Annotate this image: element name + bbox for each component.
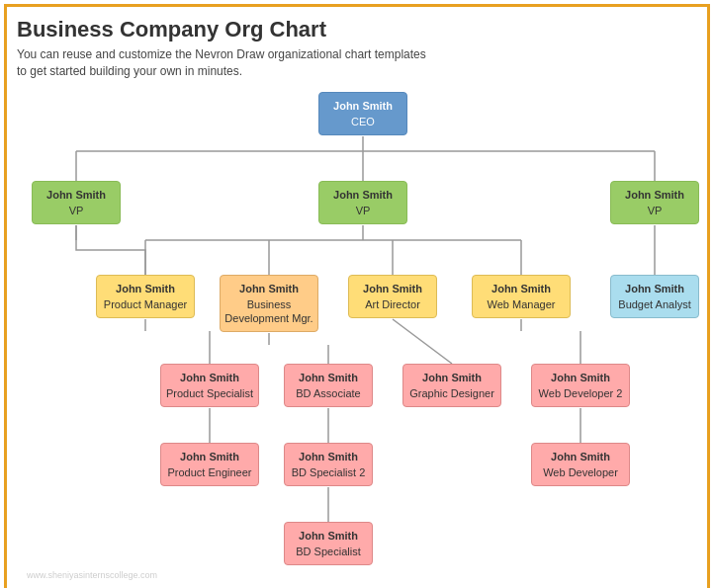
box-pm: John Smith Product Manager	[96, 275, 195, 319]
svg-line-22	[393, 319, 452, 364]
page-subtitle: You can reuse and customize the Nevron D…	[17, 46, 432, 80]
box-gd: John Smith Graphic Designer	[402, 364, 501, 408]
box-wm: John Smith Web Manager	[472, 275, 571, 319]
box-ba: John Smith Budget Analyst	[610, 275, 699, 319]
watermark: www.sheniyasinternscollege.com	[27, 570, 157, 580]
box-bdm: John Smith Business Development Mgr.	[220, 275, 318, 333]
box-ps: John Smith Product Specialist	[160, 364, 259, 408]
box-ceo: John Smith CEO	[318, 92, 407, 136]
page: Business Company Org Chart You can reuse…	[4, 4, 710, 588]
box-bds2: John Smith BD Specialist 2	[284, 443, 373, 487]
box-vp2: John Smith VP	[318, 181, 407, 225]
box-bda: John Smith BD Associate	[284, 364, 373, 408]
box-vp1: John Smith VP	[32, 181, 121, 225]
box-wd2: John Smith Web Developer 2	[531, 364, 630, 408]
box-pe: John Smith Product Engineer	[160, 443, 259, 487]
box-ad: John Smith Art Director	[348, 275, 437, 319]
box-vp3: John Smith VP	[610, 181, 699, 225]
box-wd: John Smith Web Developer	[531, 443, 630, 487]
page-title: Business Company Org Chart	[17, 17, 697, 42]
box-bds: John Smith BD Specialist	[284, 522, 373, 566]
